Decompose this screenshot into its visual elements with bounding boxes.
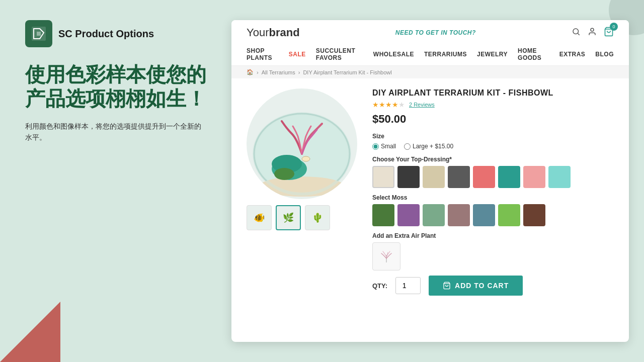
- size-label: Size: [372, 133, 614, 140]
- breadcrumb-separator1: ›: [257, 69, 259, 75]
- nav-sale[interactable]: SALE: [289, 51, 306, 58]
- nav-jewelry[interactable]: JEWELRY: [477, 51, 508, 58]
- svg-point-11: [302, 156, 310, 161]
- breadcrumb-home[interactable]: 🏠: [247, 69, 254, 75]
- svg-point-10: [274, 168, 294, 180]
- subtext: 利用颜色和图像样本，将您的选项提供提升到一个全新的水平。: [25, 121, 206, 143]
- logo-icon: [25, 20, 52, 47]
- svg-point-1: [573, 29, 579, 34]
- swatch-cream[interactable]: [423, 166, 445, 188]
- breadcrumb-separator2: ›: [298, 69, 300, 75]
- rating-row: ★★★★★ 2 Reviews: [372, 101, 614, 109]
- moss-bright-green[interactable]: [498, 204, 520, 226]
- air-plant-option: [372, 242, 614, 270]
- thumbnail-1[interactable]: 🐠: [247, 205, 272, 230]
- size-large-label: Large + $15.00: [413, 143, 453, 150]
- search-icon[interactable]: [572, 27, 581, 39]
- moss-sage[interactable]: [423, 204, 445, 226]
- product-images: 🐠 🌿 🌵: [247, 88, 362, 296]
- moss-dark-green[interactable]: [372, 204, 394, 226]
- moss-label: Select Moss: [372, 194, 614, 201]
- qty-input[interactable]: [395, 277, 421, 294]
- cart-badge: 0: [610, 23, 618, 31]
- svg-line-2: [578, 33, 579, 35]
- swatch-dark-gray[interactable]: [397, 166, 420, 188]
- nav-wholesale[interactable]: WHOLESALE: [373, 51, 414, 58]
- size-small-label: Small: [381, 143, 396, 150]
- shop-icons: 0: [572, 27, 614, 39]
- headline: 使用色彩样本使您的产品选项栩栩如生！: [25, 62, 206, 111]
- shop-top-bar: Yourbrand NEED TO GET IN TOUCH?: [247, 20, 614, 43]
- moss-brown[interactable]: [523, 204, 545, 226]
- swatch-pink[interactable]: [473, 166, 495, 188]
- product-price: $50.00: [372, 113, 614, 126]
- nav-terrariums[interactable]: TERRARIUMS: [424, 51, 467, 58]
- breadcrumb-product: DIY Airplant Terrarium Kit - Fishbowl: [303, 69, 391, 75]
- svg-point-3: [591, 28, 594, 31]
- air-plant-swatch[interactable]: [372, 242, 400, 270]
- add-to-cart-button[interactable]: ADD TO CART: [429, 276, 523, 296]
- shop-contact[interactable]: NEED TO GET IN TOUCH?: [395, 29, 476, 36]
- nav-succulent[interactable]: SUCCULENT FAVORS: [316, 47, 363, 61]
- star-rating: ★★★★★: [372, 101, 405, 109]
- left-panel: SC Product Options 使用色彩样本使您的产品选项栩栩如生！ 利用…: [0, 0, 226, 362]
- thumbnail-3[interactable]: 🌵: [305, 205, 330, 230]
- cart-row: QTY: ADD TO CART: [372, 276, 614, 296]
- thumbnail-2[interactable]: 🌿: [276, 205, 301, 230]
- swatch-light-teal[interactable]: [548, 166, 571, 188]
- nav-home-goods[interactable]: HOME GOODS: [518, 47, 549, 61]
- swatch-light-pink[interactable]: [523, 166, 545, 188]
- shop-header: Yourbrand NEED TO GET IN TOUCH?: [231, 20, 629, 66]
- moss-swatches: [372, 204, 614, 226]
- top-dressing-swatches: [372, 166, 614, 188]
- nav-extras[interactable]: EXTRAS: [559, 51, 586, 58]
- swatch-white-sand[interactable]: [372, 166, 394, 188]
- breadcrumb: 🏠 › All Terrariums › DIY Airplant Terrar…: [231, 66, 629, 78]
- reviews-count[interactable]: 2 Reviews: [409, 102, 435, 108]
- air-plant-label: Add an Extra Air Plant: [372, 232, 614, 239]
- size-small[interactable]: Small: [372, 143, 396, 150]
- add-to-cart-label: ADD TO CART: [455, 282, 509, 290]
- swatch-charcoal[interactable]: [448, 166, 470, 188]
- logo-text: SC Product Options: [58, 28, 154, 40]
- thumbnail-row: 🐠 🌿 🌵: [247, 205, 362, 230]
- shop-nav: SHOP PLANTS SALE SUCCULENT FAVORS WHOLES…: [247, 43, 614, 65]
- moss-purple[interactable]: [397, 204, 420, 226]
- qty-label: QTY:: [372, 282, 387, 290]
- brand-first: Your: [247, 26, 269, 39]
- size-row: Small Large + $15.00: [372, 143, 614, 150]
- moss-mauve[interactable]: [448, 204, 470, 226]
- nav-blog[interactable]: BLOG: [595, 51, 614, 58]
- top-dressing-label: Choose Your Top-Dressing*: [372, 156, 614, 163]
- user-icon[interactable]: [588, 27, 597, 39]
- nav-shop-plants[interactable]: SHOP PLANTS: [247, 47, 279, 61]
- size-large[interactable]: Large + $15.00: [404, 143, 453, 150]
- breadcrumb-terrariums[interactable]: All Terrariums: [262, 69, 295, 75]
- swatch-teal[interactable]: [498, 166, 520, 188]
- product-title: DIY AIRPLANT TERRARIUM KIT - FISHBOWL: [372, 88, 614, 98]
- shop-window: Yourbrand NEED TO GET IN TOUCH?: [231, 20, 629, 342]
- product-details: DIY AIRPLANT TERRARIUM KIT - FISHBOWL ★★…: [372, 88, 614, 296]
- logo-area: SC Product Options: [25, 20, 206, 47]
- triangle-decoration: [0, 302, 60, 362]
- shop-brand: Yourbrand: [247, 26, 300, 39]
- main-product-image: [247, 88, 357, 199]
- moss-blue-green[interactable]: [473, 204, 495, 226]
- cart-icon[interactable]: 0: [604, 27, 614, 39]
- brand-second: brand: [269, 26, 299, 39]
- product-area: 🐠 🌿 🌵 DIY AIRPLANT TERRARIUM KIT - FISHB…: [231, 78, 629, 306]
